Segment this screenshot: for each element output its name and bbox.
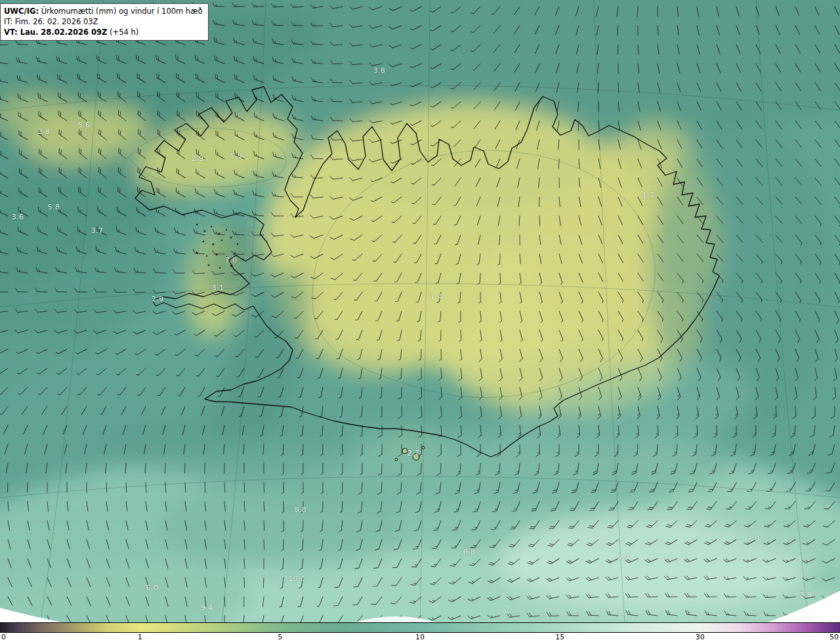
colorbar-tick-label: 0 (1, 633, 6, 641)
colorbar-gradient (0, 622, 840, 633)
weather-map-page: 3.85.63.82.95.95.83.63.77.03.12.91.71.42… (0, 0, 840, 642)
valid-time-offset: (+54 h) (107, 28, 138, 37)
map-title: Úrkomumætti (mm) og vindur í 100m hæð (39, 7, 203, 16)
precipitation-wind-map (0, 0, 840, 622)
colorbar-tick-label: 1 (138, 633, 142, 641)
precipitation-colorbar: 01510153050 (0, 622, 840, 642)
valid-time-line: VT: Lau. 28.02.2026 09Z (+54 h) (4, 27, 203, 37)
map-area: 3.85.63.82.95.95.83.63.77.03.12.91.71.42… (0, 0, 840, 622)
model-id: UWC/IG: (4, 7, 39, 16)
colorbar-tick-labels: 01510153050 (0, 633, 840, 642)
colorbar-tick-label: 10 (415, 633, 425, 641)
colorbar-tick-label: 50 (830, 633, 839, 641)
colorbar-tick-label: 5 (278, 633, 282, 641)
colorbar-tick-label: 30 (696, 633, 705, 641)
init-time: IT: Fim. 26. 02. 2026 03Z (4, 16, 203, 27)
colorbar-tick-label: 15 (555, 633, 564, 641)
info-title-line: UWC/IG: Úrkomumætti (mm) og vindur í 100… (4, 6, 203, 16)
forecast-info-box: UWC/IG: Úrkomumætti (mm) og vindur í 100… (0, 3, 209, 41)
valid-time: VT: Lau. 28.02.2026 09Z (4, 28, 107, 37)
